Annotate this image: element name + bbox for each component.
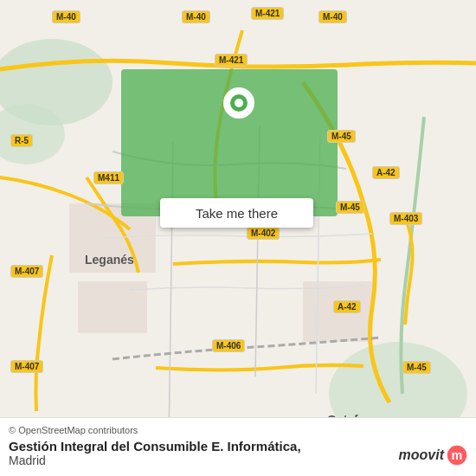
road-label-m421-2: M-421: [215, 54, 248, 67]
take-me-there-button[interactable]: Take me there: [160, 198, 313, 228]
road-label-m45-2: M-45: [336, 201, 364, 214]
road-label-m403: M-403: [389, 212, 422, 225]
road-label-m402: M-402: [247, 227, 280, 240]
city-label-leganes: Leganés: [85, 253, 134, 267]
moovit-brand-text: moovit: [399, 447, 444, 463]
map-container: M-40 M-40 M-40 M-421 M-421 R-5 M411 M-45…: [0, 0, 476, 476]
road-label-m407-2: M-407: [10, 360, 43, 373]
bottom-panel: © OpenStreetMap contributors Gestión Int…: [0, 417, 476, 476]
road-label-a42-1: A-42: [372, 166, 400, 179]
road-label-m45-1: M-45: [327, 130, 356, 143]
road-label-m421-1: M-421: [251, 7, 284, 20]
road-label-m407-1: M-407: [10, 265, 43, 278]
road-label-a42-2: A-42: [333, 300, 361, 313]
road-label-r5: R-5: [10, 134, 33, 147]
svg-text:m: m: [452, 448, 463, 462]
road-label-m45-3: M-45: [402, 361, 431, 374]
svg-point-9: [235, 99, 243, 107]
road-label-m40-2: M-40: [182, 10, 210, 23]
location-pin: [223, 91, 254, 122]
road-label-m40-3: M-40: [318, 10, 347, 23]
road-label-m40-1: M-40: [52, 10, 80, 23]
road-label-m411: M411: [93, 171, 124, 184]
osm-attribution: © OpenStreetMap contributors: [9, 425, 467, 435]
moovit-logo: moovit m: [399, 445, 467, 466]
road-label-m406: M-406: [212, 339, 245, 352]
moovit-icon: m: [447, 445, 467, 466]
